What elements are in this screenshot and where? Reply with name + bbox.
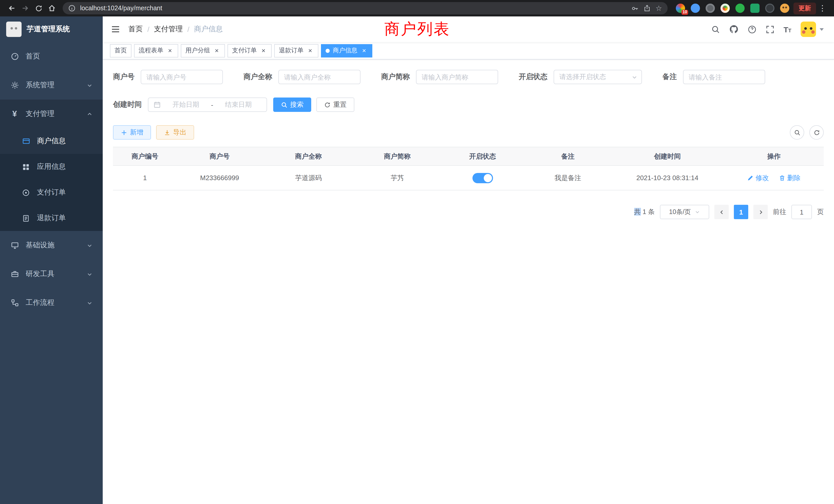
search-icon[interactable]	[711, 25, 720, 33]
app-logo[interactable]: 芋道管理系统	[0, 17, 103, 42]
start-date-placeholder[interactable]: 开始日期	[163, 100, 209, 109]
toggle-search-icon[interactable]	[790, 125, 804, 140]
pagination: 共 1 条 10条/页 1 前往	[113, 205, 824, 219]
sidebar-item-home[interactable]: 首页	[0, 42, 103, 71]
hamburger-icon[interactable]	[103, 17, 128, 42]
sidebar-item-payment-management[interactable]: ¥ 支付管理	[0, 99, 103, 128]
calendar-icon	[154, 101, 161, 108]
extension-icon-dark[interactable]	[765, 4, 774, 13]
back-icon[interactable]	[5, 2, 19, 15]
cell-merchant-id: 1	[113, 165, 177, 190]
chevron-down-icon	[87, 243, 92, 248]
cell-status	[440, 165, 525, 190]
tab-label: 退款订单	[279, 46, 304, 55]
sidebar-item-dev-tools[interactable]: 研发工具	[0, 260, 103, 289]
tab-process-form[interactable]: 流程表单 ×	[134, 44, 178, 57]
sidebar-item-label: 首页	[26, 52, 40, 61]
refresh-icon[interactable]	[809, 125, 824, 140]
export-button-label: 导出	[173, 128, 186, 137]
tab-user-group[interactable]: 用户分组 ×	[181, 44, 225, 57]
cell-create-time: 2021-10-23 08:31:14	[611, 165, 724, 190]
bookmark-star-icon[interactable]: ☆	[656, 5, 662, 12]
extension-icon-badge[interactable]: 10	[676, 4, 685, 13]
cell-short-name: 芋艿	[355, 165, 440, 190]
tab-label: 支付订单	[232, 46, 257, 55]
chrome-update-button[interactable]: 更新	[793, 2, 816, 14]
tab-merchant-info[interactable]: 商户信息 ×	[321, 44, 372, 57]
extension-icon-green-square[interactable]	[750, 4, 760, 13]
search-button[interactable]: 搜索	[273, 97, 311, 112]
tab-label: 商户信息	[333, 46, 357, 55]
sidebar-item-app-info[interactable]: 应用信息	[0, 154, 103, 180]
url-text[interactable]: localhost:1024/pay/merchant	[80, 5, 627, 12]
sidebar-item-merchant-info[interactable]: 商户信息	[0, 128, 103, 154]
table-toolbar-right	[790, 125, 824, 140]
prev-page-button[interactable]	[714, 205, 729, 219]
breadcrumb-separator: /	[147, 25, 150, 33]
delete-button[interactable]: 删除	[779, 173, 800, 182]
credit-card-icon	[22, 137, 30, 145]
add-button[interactable]: 新增	[113, 125, 151, 140]
help-icon[interactable]	[747, 25, 756, 33]
key-icon[interactable]	[631, 4, 639, 12]
extensions-tray: 10	[672, 4, 793, 13]
export-button[interactable]: 导出	[156, 125, 194, 140]
status-select[interactable]: 请选择开启状态	[554, 70, 642, 84]
font-size-icon[interactable]: TT	[784, 25, 791, 33]
breadcrumb-payment-management[interactable]: 支付管理	[154, 25, 183, 34]
chevron-up-icon	[87, 111, 92, 117]
sidebar-item-label: 工作流程	[26, 298, 54, 307]
home-icon[interactable]	[45, 2, 59, 15]
sidebar-item-workflow[interactable]: 工作流程	[0, 289, 103, 317]
reload-icon[interactable]	[32, 2, 45, 15]
tab-payment-order[interactable]: 支付订单 ×	[227, 44, 272, 57]
sidebar-item-label: 支付订单	[37, 188, 66, 197]
fullscreen-icon[interactable]	[765, 25, 774, 33]
close-icon[interactable]: ×	[307, 47, 314, 54]
extension-icon-green[interactable]	[736, 4, 745, 13]
close-icon[interactable]: ×	[213, 47, 220, 54]
merchant-short-name-input[interactable]	[416, 70, 498, 84]
merchant-full-name-input[interactable]	[278, 70, 360, 84]
extension-icon-avatar[interactable]	[780, 4, 789, 13]
chevron-down-icon	[820, 28, 824, 30]
sidebar-item-infrastructure[interactable]: 基础设施	[0, 231, 103, 260]
tab-refund-order[interactable]: 退款订单 ×	[274, 44, 319, 57]
sidebar: 芋道管理系统 首页 系统管理	[0, 17, 103, 504]
end-date-placeholder[interactable]: 结束日期	[215, 100, 261, 109]
forward-icon[interactable]	[19, 2, 32, 15]
browser-menu-icon[interactable]: ⋮	[816, 4, 829, 13]
sidebar-item-system-management[interactable]: 系统管理	[0, 71, 103, 99]
remark-input[interactable]	[683, 70, 765, 84]
avatar[interactable]	[800, 22, 816, 37]
table-row[interactable]: 1 M233666999 芋道源码 芋艿 我是备注 2021-10-23 08:…	[113, 165, 824, 190]
address-bar[interactable]: localhost:1024/pay/merchant ☆	[63, 2, 667, 14]
extension-icon-gray[interactable]	[706, 4, 715, 13]
status-toggle[interactable]	[472, 173, 493, 183]
github-icon[interactable]	[729, 25, 738, 34]
close-icon[interactable]: ×	[167, 47, 174, 54]
breadcrumb-home[interactable]: 首页	[128, 25, 143, 34]
sidebar-item-label: 支付管理	[26, 109, 54, 118]
chevron-down-icon	[87, 271, 92, 277]
next-page-button[interactable]	[753, 205, 768, 219]
extension-icon-blue[interactable]	[691, 4, 700, 13]
user-menu[interactable]	[800, 22, 824, 37]
sidebar-item-refund-order[interactable]: 退款订单	[0, 205, 103, 231]
col-merchant-id: 商户编号	[113, 147, 177, 165]
merchant-no-input[interactable]	[141, 70, 223, 84]
close-icon[interactable]: ×	[260, 47, 267, 54]
reset-button[interactable]: 重置	[316, 97, 354, 112]
edit-button[interactable]: 修改	[747, 173, 769, 182]
extension-icon-colorwheel[interactable]	[721, 4, 730, 13]
goto-page-input[interactable]	[791, 205, 812, 219]
close-icon[interactable]: ×	[360, 47, 368, 54]
page-size-select[interactable]: 10条/页	[660, 205, 709, 219]
page-number-button[interactable]: 1	[734, 205, 748, 219]
site-info-icon[interactable]	[68, 5, 75, 12]
share-icon[interactable]	[644, 5, 651, 12]
date-range-picker[interactable]: 开始日期 - 结束日期	[148, 97, 267, 112]
sidebar-item-payment-order[interactable]: 支付订单	[0, 180, 103, 205]
total-count-rest: 1 条	[641, 208, 655, 215]
tab-home[interactable]: 首页	[110, 44, 131, 57]
